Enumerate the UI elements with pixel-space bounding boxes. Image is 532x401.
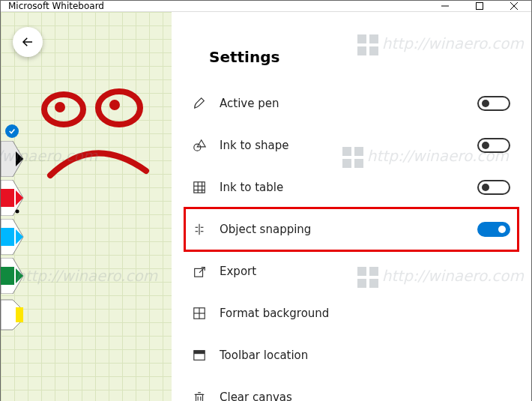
window-controls xyxy=(428,1,531,11)
pen-blue[interactable] xyxy=(1,217,31,256)
setting-toolbar-location[interactable]: Toolbar location xyxy=(185,334,518,376)
svg-rect-1 xyxy=(477,3,483,10)
pen-icon xyxy=(190,97,209,110)
svg-rect-12 xyxy=(1,189,14,207)
toggle-ink-to-shape[interactable] xyxy=(477,138,510,153)
pen-red[interactable] xyxy=(1,178,31,217)
app-window: Microsoft Whiteboard xyxy=(0,0,532,401)
setting-label: Clear canvas xyxy=(220,391,510,401)
svg-point-6 xyxy=(58,105,62,109)
setting-object-snapping[interactable]: Object snapping xyxy=(185,208,518,250)
table-icon xyxy=(190,181,209,194)
back-button[interactable] xyxy=(13,27,43,57)
content-area: Settings Active pen Ink to shape Ink to … xyxy=(1,12,531,401)
setting-export[interactable]: Export xyxy=(185,250,518,292)
selected-tool-badge xyxy=(5,124,19,138)
svg-point-14 xyxy=(16,210,19,214)
minimize-button[interactable] xyxy=(428,1,462,11)
svg-rect-25 xyxy=(194,182,205,193)
setting-label: Ink to shape xyxy=(220,139,477,152)
setting-format-background[interactable]: Format background xyxy=(185,292,518,334)
pen-green[interactable] xyxy=(1,256,31,295)
setting-ink-to-table[interactable]: Ink to table xyxy=(185,166,518,208)
trash-icon xyxy=(190,391,209,401)
setting-label: Format background xyxy=(220,307,510,320)
toggle-ink-to-table[interactable] xyxy=(477,180,510,195)
svg-rect-40 xyxy=(194,351,205,355)
toolbar-icon xyxy=(190,349,209,362)
svg-point-23 xyxy=(194,144,201,151)
title-bar: Microsoft Whiteboard xyxy=(1,1,531,12)
export-icon xyxy=(190,265,209,278)
setting-clear-canvas[interactable]: Clear canvas xyxy=(185,376,518,401)
svg-marker-24 xyxy=(197,140,205,147)
grid-icon xyxy=(190,307,209,320)
setting-label: Ink to table xyxy=(220,181,477,194)
pen-toolbox xyxy=(1,139,31,334)
svg-rect-16 xyxy=(1,228,14,246)
setting-label: Toolbar location xyxy=(220,349,510,362)
setting-label: Export xyxy=(220,265,510,278)
settings-heading: Settings xyxy=(209,48,518,66)
ink-drawing-face xyxy=(35,87,163,192)
toggle-active-pen[interactable] xyxy=(477,96,510,111)
whiteboard-canvas[interactable] xyxy=(1,12,172,401)
snap-icon xyxy=(190,223,209,236)
setting-label: Active pen xyxy=(220,97,477,110)
svg-rect-41 xyxy=(196,394,203,401)
setting-label: Object snapping xyxy=(220,223,477,236)
pen-black[interactable] xyxy=(1,139,31,178)
highlighter-yellow[interactable] xyxy=(1,295,31,334)
settings-panel: Settings Active pen Ink to shape Ink to … xyxy=(172,12,531,401)
svg-point-8 xyxy=(112,103,117,107)
svg-point-7 xyxy=(98,91,140,124)
toggle-object-snapping[interactable] xyxy=(477,222,510,237)
shape-icon xyxy=(190,139,209,152)
svg-rect-19 xyxy=(1,267,14,285)
close-button[interactable] xyxy=(497,1,531,11)
setting-ink-to-shape[interactable]: Ink to shape xyxy=(185,124,518,166)
maximize-button[interactable] xyxy=(462,1,497,11)
setting-active-pen[interactable]: Active pen xyxy=(185,82,518,124)
arrow-left-icon xyxy=(21,35,34,49)
svg-rect-35 xyxy=(195,268,203,277)
svg-rect-22 xyxy=(16,307,23,322)
window-title: Microsoft Whiteboard xyxy=(8,1,428,11)
